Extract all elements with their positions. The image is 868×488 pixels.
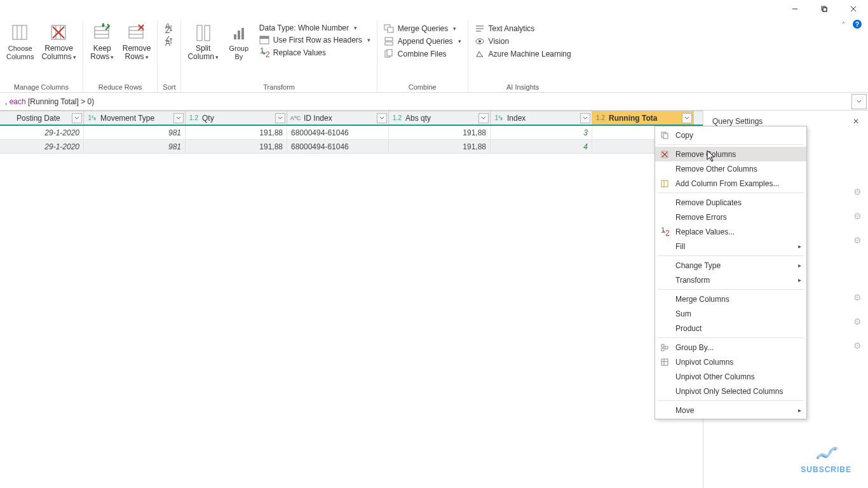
ctx-remove-columns[interactable]: Remove Columns xyxy=(655,147,806,161)
data-type-dropdown[interactable]: Data Type: Whole Number▾ xyxy=(257,23,373,33)
ctx-unpivot-selected-columns[interactable]: Unpivot Only Selected Columns xyxy=(655,384,806,398)
minimize-button[interactable] xyxy=(780,0,810,18)
column-filter-button[interactable] xyxy=(377,113,387,123)
gear-icon[interactable]: ⚙ xyxy=(853,341,862,351)
gear-icon[interactable]: ⚙ xyxy=(853,187,862,197)
text-analytics-button[interactable]: Text Analytics xyxy=(472,23,574,34)
cell[interactable]: 4 xyxy=(491,140,592,153)
cell[interactable]: 191,88 xyxy=(389,126,491,139)
column-header-index[interactable]: 1²₃ Index xyxy=(491,111,592,125)
column-filter-button[interactable] xyxy=(580,113,590,123)
use-first-row-headers-button[interactable]: Use First Row as Headers▾ xyxy=(257,34,373,46)
remove-rows-button[interactable]: Remove Rows▾ xyxy=(120,22,154,63)
column-filter-button[interactable] xyxy=(173,113,184,123)
ctx-remove-errors[interactable]: Remove Errors xyxy=(655,210,806,224)
svg-point-45 xyxy=(478,40,481,43)
cell[interactable]: 191,88 xyxy=(186,126,287,139)
split-column-label: Split Column xyxy=(187,44,214,61)
cell[interactable]: 29-1-2020 xyxy=(0,126,84,139)
svg-rect-55 xyxy=(661,344,664,347)
svg-rect-30 xyxy=(241,28,244,39)
ctx-fill[interactable]: Fill▸ xyxy=(655,239,806,254)
split-column-button[interactable]: Split Column▾ xyxy=(185,22,220,63)
ctx-unpivot-columns[interactable]: Unpivot Columns xyxy=(655,355,806,369)
replace-values-button[interactable]: 12Replace Values xyxy=(257,47,373,58)
svg-rect-58 xyxy=(661,359,668,365)
ribbon-group-label: Transform xyxy=(263,83,295,92)
gear-icon[interactable]: ⚙ xyxy=(853,292,862,302)
column-filter-button[interactable] xyxy=(72,113,82,123)
formula-expand-button[interactable] xyxy=(851,94,867,109)
ctx-unpivot-other-columns[interactable]: Unpivot Other Columns xyxy=(655,369,806,384)
choose-columns-button[interactable]: Choose Columns xyxy=(4,22,36,62)
vision-button[interactable]: Vision xyxy=(472,36,574,47)
table-row[interactable]: 29-1-2020 981 191,88 68000494-61046 191,… xyxy=(0,140,703,154)
formula-text[interactable]: , each [Running Total] > 0) xyxy=(0,97,851,106)
column-header-qty[interactable]: 1.2 Qty xyxy=(186,111,287,125)
ctx-replace-values[interactable]: 12 Replace Values... xyxy=(655,224,806,239)
collapse-ribbon-button[interactable]: ˄ xyxy=(842,21,845,28)
sort-asc-icon: AZ xyxy=(164,24,174,34)
ctx-merge-columns[interactable]: Merge Columns xyxy=(655,292,806,306)
formula-bar[interactable]: , each [Running Total] > 0) xyxy=(0,93,868,111)
ctx-remove-other-columns[interactable]: Remove Other Columns xyxy=(655,161,806,176)
cell[interactable]: 68000494-61046 xyxy=(287,126,389,139)
azure-ml-button[interactable]: Azure Machine Learning xyxy=(472,48,574,60)
cell[interactable]: 981 xyxy=(84,140,186,153)
append-queries-button[interactable]: Append Queries▾ xyxy=(381,36,464,47)
column-header-movement-type[interactable]: 1²₃ Movement Type xyxy=(84,111,186,125)
ctx-product[interactable]: Product xyxy=(655,321,806,336)
ribbon-group-reduce-rows: Keep Rows▾ Remove Rows▾ Reduce Rows xyxy=(83,20,158,92)
vision-icon xyxy=(475,36,485,46)
cell[interactable]: 29-1-2020 xyxy=(0,140,84,153)
table-row[interactable]: 29-1-2020 981 191,88 68000494-61046 191,… xyxy=(0,126,703,140)
combine-files-label: Combine Files xyxy=(398,50,447,58)
close-panel-button[interactable]: ✕ xyxy=(853,117,859,126)
ctx-add-column-from-examples[interactable]: Add Column From Examples... xyxy=(655,176,806,191)
cell[interactable]: 3 xyxy=(491,126,592,139)
sort-desc-button[interactable]: ZA xyxy=(161,36,177,47)
ribbon-group-label: Reduce Rows xyxy=(98,83,142,92)
ctx-transform[interactable]: Transform▸ xyxy=(655,273,806,287)
cell[interactable]: 981 xyxy=(84,126,186,139)
svg-rect-38 xyxy=(385,42,393,45)
help-button[interactable]: ? xyxy=(853,20,862,29)
sort-asc-button[interactable]: AZ xyxy=(161,23,177,34)
column-header-id-index[interactable]: AᴮC ID Index xyxy=(287,111,389,125)
column-header-abs-qty[interactable]: 1.2 Abs qty xyxy=(389,111,491,125)
remove-columns-button[interactable]: Remove Columns▾ xyxy=(39,22,78,63)
column-filter-button[interactable] xyxy=(478,113,489,123)
group-by-button[interactable]: Group By xyxy=(224,22,254,62)
merge-queries-button[interactable]: Merge Queries▾ xyxy=(381,23,464,34)
text-analytics-label: Text Analytics xyxy=(489,24,535,33)
ribbon-group-ai-insights: Text Analytics Vision Azure Machine Lear… xyxy=(468,20,578,92)
ribbon-group-label: Sort xyxy=(163,83,175,92)
merge-queries-icon xyxy=(384,24,394,34)
gear-icon[interactable]: ⚙ xyxy=(853,316,862,327)
unpivot-icon xyxy=(659,357,670,367)
cell[interactable]: 191,88 xyxy=(389,140,491,153)
column-filter-button[interactable] xyxy=(682,113,692,123)
svg-text:2: 2 xyxy=(266,50,269,58)
keep-rows-button[interactable]: Keep Rows▾ xyxy=(87,22,118,63)
column-header-posting-date[interactable]: Posting Date xyxy=(0,111,84,125)
maximize-button[interactable] xyxy=(810,0,839,18)
ctx-sum[interactable]: Sum xyxy=(655,306,806,321)
watermark-text: SUBSCRIBE xyxy=(801,465,851,474)
ctx-change-type[interactable]: Change Type▸ xyxy=(655,258,806,273)
ribbon-group-transform: Split Column▾ Group By Data Type: Whole … xyxy=(181,20,377,92)
cell[interactable]: 68000494-61046 xyxy=(287,140,389,153)
ctx-remove-duplicates[interactable]: Remove Duplicates xyxy=(655,195,806,210)
combine-files-button[interactable]: Combine Files xyxy=(381,48,464,60)
close-button[interactable] xyxy=(839,0,868,18)
gear-icon[interactable]: ⚙ xyxy=(853,211,862,221)
cell[interactable]: 191,88 xyxy=(186,140,287,153)
column-filter-button[interactable] xyxy=(275,113,285,123)
ctx-group-by[interactable]: Group By... xyxy=(655,340,806,355)
column-header-running-total[interactable]: 1.2 Running Tota xyxy=(592,111,694,125)
ctx-copy[interactable]: Copy xyxy=(655,128,806,142)
gear-icon[interactable]: ⚙ xyxy=(853,235,862,245)
ctx-move[interactable]: Move▸ xyxy=(655,403,806,417)
ribbon-group-label: AI Insights xyxy=(506,83,539,92)
first-row-icon xyxy=(259,35,269,45)
